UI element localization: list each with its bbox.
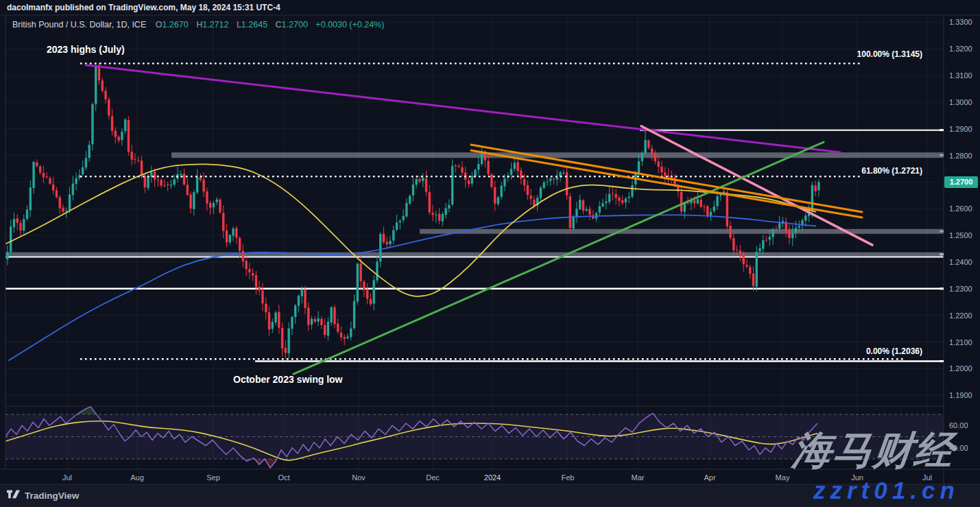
- price-axis-label: 1.2000: [949, 364, 972, 373]
- high-value: 1.2712: [202, 20, 228, 30]
- time-axis-label: Oct: [278, 473, 289, 482]
- price-axis-label: 1.2100: [949, 338, 972, 347]
- pane-borders: [0, 15, 980, 484]
- annotation-october-low[interactable]: October 2023 swing low: [233, 374, 343, 385]
- price-axis-label: 1.2500: [949, 231, 972, 240]
- trendline-purple-downtrend[interactable]: [86, 65, 840, 152]
- time-axis-label: Sep: [206, 473, 220, 482]
- price-axis-label: 1.2800: [949, 151, 972, 161]
- horizontal-levels[interactable]: [5, 130, 944, 362]
- fib-label-0[interactable]: 0.00% (1.2036): [866, 346, 922, 356]
- high-label: H: [196, 20, 202, 30]
- time-axis-label: May: [776, 473, 790, 482]
- axis-mark: [940, 231, 944, 233]
- footer-bar: TradingView: [7, 488, 79, 503]
- price-axis-label: 1.2300: [949, 284, 972, 294]
- tradingview-logo-icon[interactable]: [7, 490, 20, 502]
- attribution-text: dacolmanfx published on TradingView.com,…: [7, 0, 280, 15]
- grid: [5, 15, 944, 469]
- open-value: 1.2670: [162, 20, 188, 30]
- price-axis-label: 1.3000: [949, 97, 972, 107]
- sr-zones[interactable]: [5, 152, 944, 257]
- symbol-legend: British Pound / U.S. Dollar, 1D, ICE O1.…: [12, 20, 390, 30]
- time-axis-label: Jul: [62, 473, 72, 482]
- watermark-url-text: zzrt01.cn: [813, 478, 959, 502]
- time-axis-label: Aug: [130, 473, 144, 482]
- close-label: C: [276, 20, 282, 30]
- price-axis-label: 1.3100: [949, 71, 972, 80]
- price-axis-label: 1.2600: [949, 204, 972, 213]
- price-axis-label: 1.3300: [949, 17, 972, 27]
- time-axis-label: Apr: [704, 473, 715, 482]
- axis-mark: [940, 287, 944, 290]
- last-price-badge: 1.2700: [944, 176, 978, 188]
- tradingview-logo-text[interactable]: TradingView: [25, 491, 79, 501]
- price-axis-label: 1.2400: [949, 257, 972, 267]
- low-value: 1.2645: [241, 20, 267, 30]
- candlestick-series[interactable]: [3, 63, 820, 359]
- change-value: +0.0030 (+0.24%): [315, 20, 384, 30]
- time-axis-label: Feb: [562, 473, 575, 482]
- price-axis-label: 1.1900: [949, 390, 972, 400]
- trendline-orange-channel-lower[interactable]: [471, 150, 862, 217]
- fib-label-618[interactable]: 61.80% (1.2721): [861, 166, 922, 176]
- fib-retracement-lines[interactable]: [81, 64, 905, 359]
- price-axis-label: 1.3200: [949, 44, 972, 54]
- axis-mark: [940, 360, 944, 362]
- time-axis-label: Nov: [352, 473, 366, 482]
- tradingview-published-chart: dacolmanfx published on TradingView.com,…: [0, 0, 980, 507]
- close-value: 1.2700: [282, 20, 308, 30]
- time-axis-label: Dec: [426, 473, 440, 482]
- annotation-2023-highs[interactable]: 2023 highs (July): [47, 44, 125, 55]
- low-label: L: [237, 20, 241, 30]
- ma-blue-line[interactable]: [8, 215, 816, 360]
- axis-mark: [940, 154, 944, 156]
- open-label: O: [156, 20, 163, 30]
- axis-mark: [940, 253, 944, 255]
- axis-mark: [940, 129, 944, 131]
- time-axis-label: Mar: [632, 473, 645, 482]
- price-axis-label: 1.2900: [949, 124, 972, 134]
- price-axis-label: 1.2200: [949, 311, 972, 320]
- watermark-chinese-text: 海马财经: [791, 431, 957, 470]
- symbol-title[interactable]: British Pound / U.S. Dollar, 1D, ICE: [12, 20, 146, 30]
- time-axis-label: 2024: [484, 473, 501, 482]
- fib-label-100[interactable]: 100.00% (1.3145): [857, 49, 922, 59]
